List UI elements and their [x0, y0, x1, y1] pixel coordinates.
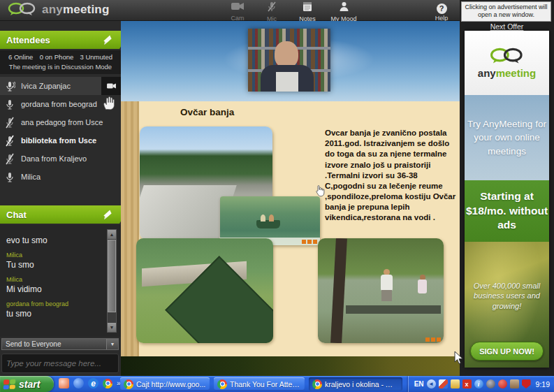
tray-antivirus-shield-icon[interactable] — [522, 379, 531, 389]
chat-sender: Milica — [6, 252, 99, 259]
chat-sender: gordana from beograd — [6, 300, 99, 307]
cam-button[interactable]: Cam — [219, 1, 256, 22]
presenter-webcam-video — [248, 29, 330, 92]
scroll-up-button[interactable]: ▲ — [108, 230, 116, 239]
mic-muted-icon — [4, 135, 15, 147]
photo-timestamp — [302, 240, 317, 244]
brand-name: anymeeting — [42, 3, 109, 17]
tray-printer-icon[interactable] — [510, 379, 519, 389]
language-indicator[interactable]: EN — [414, 380, 424, 388]
chat-text: Mi vidimo — [6, 284, 99, 294]
tray-mail-icon[interactable] — [451, 379, 460, 389]
quick-launch-mail-icon[interactable] — [59, 378, 69, 389]
ad-footer-section: Over 400,000 small business users and gr… — [465, 242, 549, 368]
ad-tagline: Try AnyMeeting for your own online meeti… — [465, 117, 549, 159]
mic-on-icon — [4, 171, 15, 183]
unmuted-count: 3 Unmuted — [80, 53, 112, 61]
quick-launch-bar: e » — [59, 378, 121, 389]
taskbar-task-2[interactable]: Thank You For Atten... — [214, 377, 305, 391]
chat-message: gordana from beograd tu smo — [6, 300, 99, 319]
chat-text: evo tu smo — [6, 235, 99, 245]
slide-bottom-band — [121, 356, 460, 376]
ad-brand-name: anymeeting — [478, 67, 536, 79]
notes-button[interactable]: Notes — [289, 1, 326, 22]
attendee-list: Ivica Zupanjac gordana from beograd — [0, 77, 121, 186]
attendee-row[interactable]: Milica — [0, 168, 121, 186]
ad-column: Clicking on advertisement will open a ne… — [460, 0, 554, 376]
sign-up-button[interactable]: SIGN UP NOW! — [470, 342, 544, 361]
attendee-row[interactable]: biblioteka from Usce — [0, 131, 121, 150]
ad-social-proof: Over 400,000 small business users and gr… — [467, 281, 546, 311]
scroll-down-button[interactable]: ▼ — [108, 323, 116, 332]
attendee-row[interactable]: ana pedagog from Usce — [0, 113, 121, 131]
next-offer-link[interactable]: Next Offer — [490, 22, 524, 31]
chat-scrollbar[interactable]: ▲ ▼ — [107, 229, 117, 333]
tray-info-icon[interactable]: i — [474, 379, 483, 389]
chat-message: Milica Tu smo — [6, 252, 99, 270]
tray-utility-icon[interactable] — [486, 379, 495, 389]
speech-bubbles-icon — [7, 2, 38, 17]
mic-muted-icon — [266, 1, 277, 12]
attendees-status: 6 Online 0 on Phone 3 Unmuted The meetin… — [0, 50, 121, 74]
chrome-icon — [312, 379, 322, 389]
anymeeting-app-window: anymeeting Cam Mic — [0, 0, 554, 392]
scrollbar-thumb[interactable] — [108, 240, 116, 312]
taskbar-task-3-active[interactable]: kraljevo i okolina - An... — [309, 377, 402, 391]
slide-body-text: Ovcar banja je zvanično postala 2011.god… — [325, 128, 458, 224]
anymeeting-logo: anymeeting — [7, 2, 109, 17]
announce-icon — [102, 209, 113, 220]
attendees-title: Attendees — [6, 35, 50, 45]
webcam-on-indicator[interactable] — [101, 77, 121, 95]
chat-message: Milica Mi vidimo — [6, 276, 99, 294]
system-tray: EN ◄ x i 9:19 — [408, 376, 554, 392]
tray-image-viewer-icon[interactable] — [439, 379, 448, 389]
chat-message-input[interactable] — [1, 354, 119, 373]
tray-media-player-icon[interactable] — [498, 379, 507, 389]
chat-message: evo tu smo — [6, 228, 99, 245]
mic-speaking-icon — [4, 80, 15, 92]
mic-on-icon — [4, 99, 15, 110]
attendee-row[interactable]: gordana from beograd — [0, 95, 121, 113]
help-button[interactable]: ? Help — [423, 1, 460, 22]
send-to-dropdown[interactable]: Send to Everyone ▼ — [1, 338, 119, 350]
photo-timestamp — [425, 337, 441, 342]
phone-count: 0 on Phone — [40, 53, 74, 61]
taskbar-clock: 9:19 — [536, 380, 550, 389]
ad-pricing-section: Starting at $18/mo. without ads — [465, 180, 549, 242]
presentation-slide: Ovčar banja Ovcar banja je zvanično post… — [121, 101, 460, 356]
meeting-mode-label: The meeting is in Discussion Mode — [0, 63, 121, 71]
advertisement[interactable]: anymeeting Try AnyMeeting for your own o… — [465, 31, 549, 368]
ad-pricing: Starting at $18/mo. without ads — [465, 189, 549, 233]
top-toolbar: anymeeting Cam Mic — [0, 0, 461, 21]
person-icon — [339, 1, 349, 12]
mic-muted-icon — [4, 117, 15, 129]
ad-logo-section: anymeeting — [465, 31, 549, 95]
chat-text: tu smo — [6, 309, 99, 319]
chrome-icon[interactable] — [103, 379, 112, 389]
chrome-icon — [124, 379, 133, 389]
ad-disclaimer: Clicking on advertisement will open a ne… — [461, 1, 551, 22]
mic-button[interactable]: Mic — [254, 1, 290, 22]
presenter-face — [275, 41, 298, 68]
my-mood-button[interactable]: My Mood — [326, 1, 362, 22]
help-icon: ? — [437, 3, 447, 14]
attendee-row[interactable]: Dana from Kraljevo — [0, 150, 121, 168]
tray-collapse-chevron[interactable]: ◄ — [427, 379, 436, 389]
windows-logo-icon — [3, 379, 16, 389]
chrome-icon — [217, 379, 227, 389]
chevron-down-icon[interactable]: ▼ — [106, 339, 118, 349]
taskbar-task-1[interactable]: Cajt http://www.goo... — [120, 377, 210, 391]
camera-icon — [106, 82, 117, 89]
attendee-row[interactable]: Ivica Zupanjac — [0, 77, 121, 95]
send-to-value: Send to Everyone — [2, 340, 106, 348]
start-button[interactable]: start — [0, 376, 54, 392]
main-stage: Ovčar banja Ovcar banja je zvanično post… — [121, 21, 460, 376]
chat-header: Chat — [0, 205, 130, 224]
internet-explorer-icon[interactable]: e — [88, 378, 99, 389]
notes-icon — [302, 1, 312, 12]
windows-taskbar: start e » Cajt http://www.goo... Thank Y… — [0, 376, 554, 392]
quick-launch-messenger-icon[interactable] — [73, 378, 84, 389]
tray-close-status-icon[interactable]: x — [462, 379, 472, 389]
attendees-header: Attendees — [0, 31, 130, 49]
chat-title: Chat — [6, 210, 27, 220]
